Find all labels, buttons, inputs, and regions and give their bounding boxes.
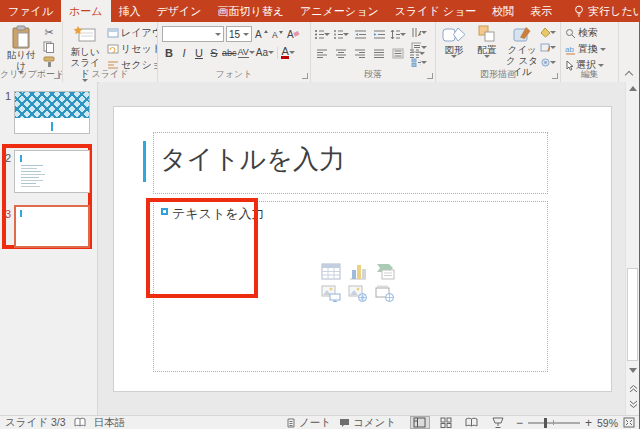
drawing-dialog-launcher[interactable]	[552, 73, 558, 79]
tab-review[interactable]: 校閲	[484, 0, 522, 22]
thumbnail-slide-1[interactable]	[14, 91, 90, 134]
text-direction-button[interactable]: A	[411, 25, 427, 39]
insert-picture-icon[interactable]	[320, 284, 344, 303]
tab-transitions[interactable]: 画面切り替え	[210, 0, 293, 22]
current-slide[interactable]: タイトルを入力 テキストを入力	[113, 106, 612, 392]
editing-group: 検索 ab置換 選択 編集	[561, 22, 619, 82]
slide-sorter-view-button[interactable]	[436, 416, 456, 429]
align-text-button[interactable]	[411, 40, 427, 54]
slides-group: 新しいスライド レイアウト リセット セクション スライド	[63, 22, 158, 82]
zoom-slider-center-tick	[553, 420, 554, 425]
insert-online-picture-icon[interactable]	[347, 284, 371, 303]
italic-button[interactable]: I	[177, 45, 191, 60]
title-placeholder[interactable]: タイトルを入力	[153, 132, 548, 194]
character-spacing-button[interactable]: AV	[238, 45, 255, 60]
bold-button[interactable]: B	[162, 45, 176, 60]
arrange-button[interactable]: 配置	[472, 25, 502, 58]
align-right-button[interactable]	[352, 46, 368, 60]
distributed-button[interactable]	[390, 46, 406, 60]
paragraph-dialog-launcher[interactable]	[427, 73, 433, 79]
line-spacing-button[interactable]	[390, 27, 406, 41]
tab-design[interactable]: デザイン	[149, 0, 210, 22]
font-size-value: 15	[229, 29, 240, 40]
replace-button[interactable]: ab置換	[565, 42, 606, 56]
collapse-ribbon-button[interactable]	[626, 69, 634, 77]
scrollbar-thumb[interactable]	[627, 268, 638, 361]
zoom-slider-handle[interactable]	[544, 418, 547, 428]
clear-formatting-button[interactable]: A	[286, 27, 300, 42]
normal-view-button[interactable]	[410, 416, 430, 429]
previous-slide-button[interactable]	[629, 384, 638, 393]
scroll-down-button[interactable]	[629, 368, 637, 373]
paste-button[interactable]: 貼り付け	[3, 25, 39, 74]
justify-button[interactable]	[371, 46, 387, 60]
shapes-button[interactable]: 図形	[439, 25, 469, 58]
zoom-in-button[interactable]: +	[585, 416, 592, 429]
notes-button[interactable]: ノート	[286, 416, 331, 429]
cut-button[interactable]: ✂	[41, 25, 57, 39]
thumbnail-slide-3-selected[interactable]	[14, 205, 90, 248]
thumbnail-slide-2[interactable]	[14, 150, 90, 193]
convert-smartart-button[interactable]	[411, 55, 427, 69]
dropdown-caret-icon	[249, 51, 255, 54]
decrease-indent-button[interactable]	[352, 27, 368, 41]
slideshow-view-button[interactable]	[488, 416, 508, 429]
shape-outline-button[interactable]	[540, 40, 556, 54]
next-slide-button[interactable]	[629, 400, 638, 409]
increase-font-size-button[interactable]: A	[254, 27, 268, 42]
bullets-button[interactable]	[314, 27, 330, 41]
dropdown-caret-icon	[400, 33, 406, 36]
numbering-button[interactable]	[333, 27, 349, 41]
vertical-scrollbar[interactable]	[625, 82, 639, 415]
shape-fill-button[interactable]	[540, 25, 556, 39]
insert-smartart-icon[interactable]	[374, 262, 398, 281]
tab-animations[interactable]: アニメーション	[292, 0, 387, 22]
insert-table-icon[interactable]	[320, 262, 344, 281]
zoom-slider[interactable]	[528, 418, 580, 428]
tab-home[interactable]: ホーム	[61, 0, 111, 22]
insert-chart-icon[interactable]	[347, 262, 371, 281]
language-status[interactable]: 日本語	[94, 416, 126, 429]
dropdown-caret-icon	[451, 55, 457, 58]
strikethrough-button[interactable]: abc	[222, 45, 237, 60]
font-color-button[interactable]: A	[281, 45, 295, 60]
tab-file[interactable]: ファイル	[0, 0, 61, 22]
fit-to-window-button[interactable]	[623, 417, 635, 428]
tell-me-box[interactable]: 実行したい作業を入力してください	[574, 0, 640, 22]
increase-indent-button[interactable]	[371, 27, 387, 41]
text-shadow-strike-button[interactable]: S	[207, 45, 221, 60]
scroll-up-button[interactable]	[629, 86, 637, 91]
align-left-button[interactable]	[314, 46, 330, 60]
tab-view[interactable]: 表示	[522, 0, 560, 22]
dropdown-caret-icon	[550, 46, 556, 49]
tab-home-label: ホーム	[69, 4, 103, 19]
shape-effects-button[interactable]	[540, 55, 556, 69]
align-center-button[interactable]	[333, 46, 349, 60]
normal-view-icon	[413, 417, 426, 428]
tell-me-label: 実行したい作業を入力してください	[588, 4, 640, 19]
format-painter-button[interactable]	[41, 55, 57, 69]
zoom-percent[interactable]: 59%	[597, 417, 618, 429]
annotation-rectangle-text-placeholder	[146, 198, 258, 298]
tab-slideshow[interactable]: スライド ショー	[387, 0, 485, 22]
reset-button[interactable]: リセット	[107, 42, 158, 56]
font-name-combobox[interactable]	[162, 26, 224, 42]
clipboard-dialog-launcher[interactable]	[54, 73, 60, 79]
change-case-button[interactable]: Aa	[256, 45, 274, 60]
underline-button[interactable]: U	[192, 45, 206, 60]
find-button[interactable]: 検索	[565, 26, 606, 40]
zoom-out-button[interactable]: −	[516, 416, 523, 429]
font-dialog-launcher[interactable]	[302, 73, 308, 79]
insert-video-icon[interactable]	[374, 284, 398, 303]
reading-view-button[interactable]	[462, 416, 482, 429]
zoom-control: − + 59%	[516, 416, 635, 429]
decrease-font-size-button[interactable]: A	[270, 27, 284, 42]
comments-button[interactable]: コメント	[339, 416, 396, 429]
copy-button[interactable]	[41, 40, 57, 54]
content-placeholder-icons	[320, 262, 398, 303]
proofing-status-button[interactable]	[74, 417, 86, 428]
layout-button[interactable]: レイアウト	[107, 26, 158, 40]
proofing-book-icon	[74, 417, 86, 428]
font-size-combobox[interactable]: 15	[226, 26, 252, 42]
tab-insert[interactable]: 挿入	[111, 0, 149, 22]
